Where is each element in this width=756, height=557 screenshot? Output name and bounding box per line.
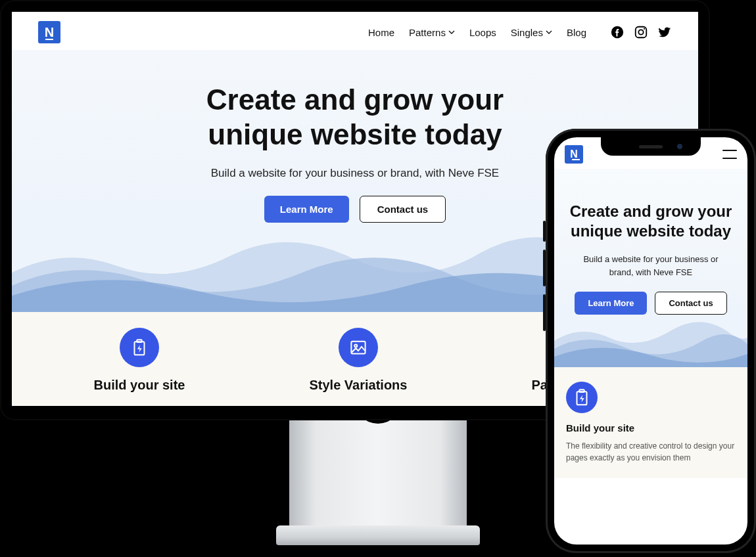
phone-notch bbox=[601, 137, 701, 156]
mountains-illustration bbox=[554, 308, 747, 367]
nav-singles[interactable]: Singles bbox=[511, 27, 552, 38]
image-icon bbox=[339, 328, 378, 367]
twitter-icon[interactable] bbox=[657, 25, 672, 39]
logo[interactable]: N bbox=[565, 145, 583, 164]
svg-rect-4 bbox=[137, 340, 142, 342]
svg-rect-5 bbox=[351, 342, 365, 354]
desktop-header: N Home Patterns Loops Singles Blog bbox=[12, 12, 698, 50]
learn-more-button[interactable]: Learn More bbox=[264, 196, 349, 223]
mobile-phone: N Create and grow your unique website to… bbox=[546, 129, 756, 553]
nav-singles-label: Singles bbox=[511, 27, 543, 38]
nav-loops-label: Loops bbox=[469, 27, 496, 38]
nav-blog-label: Blog bbox=[567, 27, 586, 38]
hero-title-line1: Create and grow your bbox=[206, 83, 504, 116]
hero-title: Create and grow your unique website toda… bbox=[569, 202, 733, 241]
hero-title-line2: unique website today bbox=[571, 222, 731, 240]
social-links bbox=[610, 25, 672, 39]
chevron-down-icon bbox=[546, 29, 552, 35]
battery-bolt-icon bbox=[566, 382, 598, 413]
monitor-stand-neck bbox=[289, 407, 467, 535]
hero-title-line2: unique website today bbox=[208, 118, 502, 150]
nav-home-label: Home bbox=[368, 27, 394, 38]
hamburger-menu-icon[interactable] bbox=[722, 150, 737, 159]
learn-more-button[interactable]: Learn More bbox=[575, 292, 647, 315]
chevron-down-icon bbox=[448, 29, 455, 35]
phone-mute-switch bbox=[543, 221, 546, 242]
hero-subtitle: Build a website for your business or bra… bbox=[569, 253, 733, 278]
feature-title: Style Variations bbox=[310, 378, 408, 393]
logo[interactable]: N bbox=[38, 21, 60, 43]
hero-cta-group: Learn More Contact us bbox=[569, 292, 733, 315]
desktop-nav: Home Patterns Loops Singles Blog bbox=[368, 25, 672, 39]
feature-title: Build your site bbox=[94, 378, 185, 393]
hero-sub-line1: Build a website for your business or bbox=[583, 254, 718, 264]
nav-patterns-label: Patterns bbox=[409, 27, 446, 38]
svg-point-2 bbox=[644, 28, 645, 30]
battery-bolt-icon bbox=[120, 328, 159, 367]
nav-home[interactable]: Home bbox=[368, 27, 394, 38]
hero-sub-line2: brand, with Neve FSE bbox=[609, 267, 692, 277]
nav-blog[interactable]: Blog bbox=[567, 27, 586, 38]
hero-title-line1: Create and grow your bbox=[570, 202, 732, 220]
instagram-icon[interactable] bbox=[634, 25, 648, 39]
phone-volume-down bbox=[543, 294, 546, 331]
phone-screen: N Create and grow your unique website to… bbox=[554, 137, 747, 545]
mobile-hero: Create and grow your unique website toda… bbox=[554, 169, 747, 367]
phone-body: N Create and grow your unique website to… bbox=[546, 129, 756, 553]
monitor-stand-base bbox=[276, 525, 480, 545]
contact-us-button[interactable]: Contact us bbox=[655, 292, 726, 315]
svg-point-1 bbox=[638, 30, 643, 34]
svg-point-6 bbox=[354, 345, 357, 347]
nav-patterns[interactable]: Patterns bbox=[409, 27, 455, 38]
feature-build-site: Build your site bbox=[94, 328, 185, 393]
feature-style-variations: Style Variations bbox=[310, 328, 408, 393]
contact-us-button[interactable]: Contact us bbox=[360, 196, 446, 223]
svg-rect-10 bbox=[579, 390, 584, 392]
mobile-feature-card: Build your site The flexibility and crea… bbox=[554, 367, 747, 478]
phone-volume-up bbox=[543, 250, 546, 286]
facebook-icon[interactable] bbox=[610, 25, 625, 39]
nav-loops[interactable]: Loops bbox=[469, 27, 496, 38]
feature-description: The flexibility and creative control to … bbox=[566, 440, 736, 464]
feature-title: Build your site bbox=[566, 422, 736, 434]
